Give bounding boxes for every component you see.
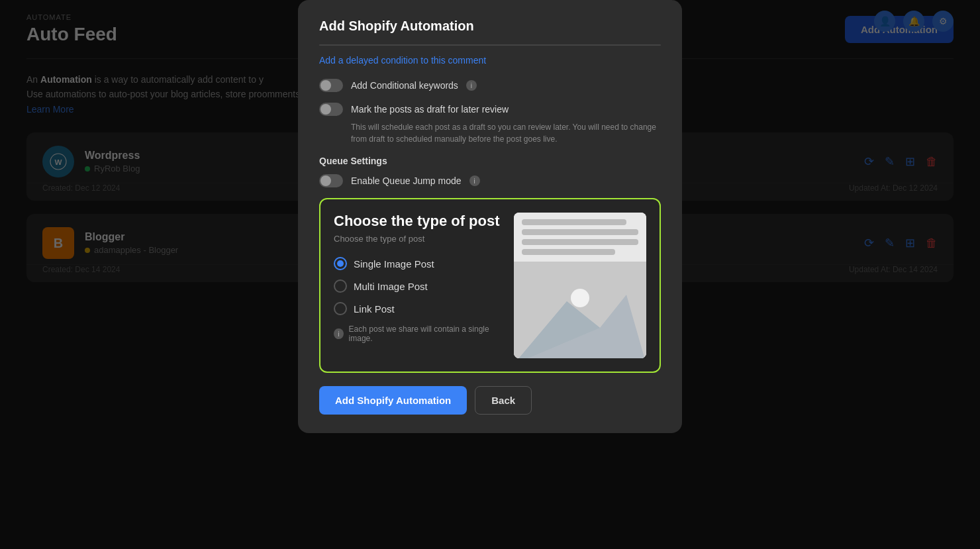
radio-single-image[interactable]: Single Image Post	[334, 257, 501, 270]
radio-link-post-label: Link Post	[354, 303, 395, 315]
toggle-queue-jump[interactable]	[319, 174, 343, 187]
radio-multi-image-btn[interactable]	[334, 279, 347, 293]
queue-settings-title: Queue Settings	[319, 156, 661, 166]
modal: Add Shopify Automation Add a delayed con…	[298, 0, 682, 433]
modal-top-divider	[319, 44, 661, 46]
radio-single-image-label: Single Image Post	[354, 258, 434, 270]
toggle-conditional-keywords-label: Add Conditional keywords	[351, 80, 458, 91]
post-type-preview	[514, 213, 646, 358]
toggle-queue-jump-label: Enable Queue Jump mode	[351, 175, 462, 186]
post-type-info-icon: i	[334, 328, 344, 339]
radio-multi-image[interactable]: Multi Image Post	[334, 279, 501, 293]
modal-overlay: Add Shopify Automation Add a delayed con…	[0, 0, 980, 549]
radio-link-post-btn[interactable]	[334, 302, 347, 315]
post-type-info-text: Each post we share will contain a single…	[349, 324, 501, 343]
radio-single-image-btn[interactable]	[334, 257, 347, 270]
preview-line-1	[522, 219, 626, 225]
preview-line-3	[522, 239, 638, 245]
radio-link-post[interactable]: Link Post	[334, 302, 501, 315]
toggle-conditional-keywords-row: Add Conditional keywords i	[319, 79, 661, 92]
queue-jump-info-icon[interactable]: i	[469, 175, 480, 186]
post-type-left: Choose the type of post Choose the type …	[334, 213, 501, 358]
preview-card	[514, 213, 646, 358]
preview-card-header	[514, 213, 646, 262]
back-button[interactable]: Back	[475, 386, 532, 415]
preview-line-2	[522, 229, 638, 235]
add-shopify-automation-button[interactable]: Add Shopify Automation	[319, 386, 467, 415]
radio-multi-image-label: Multi Image Post	[354, 281, 428, 292]
preview-line-4	[522, 249, 615, 255]
preview-mountain-svg	[514, 262, 646, 358]
toggle-draft[interactable]	[319, 103, 343, 116]
conditional-keywords-info-icon[interactable]: i	[466, 80, 477, 91]
modal-title: Add Shopify Automation	[319, 19, 661, 34]
preview-image-area	[514, 262, 646, 358]
toggle-draft-label: Mark the posts as draft for later review	[351, 104, 509, 115]
post-type-subtitle: Choose the type of post	[334, 234, 501, 244]
post-type-box: Choose the type of post Choose the type …	[319, 198, 661, 373]
draft-description: This will schedule each post as a draft …	[351, 121, 661, 145]
post-type-bottom-info: i Each post we share will contain a sing…	[334, 324, 501, 343]
toggle-conditional-keywords[interactable]	[319, 79, 343, 92]
toggle-draft-row: Mark the posts as draft for later review	[319, 103, 661, 116]
toggle-queue-jump-row: Enable Queue Jump mode i	[319, 174, 661, 187]
post-type-title: Choose the type of post	[334, 213, 501, 230]
svg-point-5	[571, 289, 589, 307]
modal-footer: Add Shopify Automation Back	[319, 386, 661, 415]
delayed-condition-link[interactable]: Add a delayed condition to this comment	[319, 55, 661, 66]
